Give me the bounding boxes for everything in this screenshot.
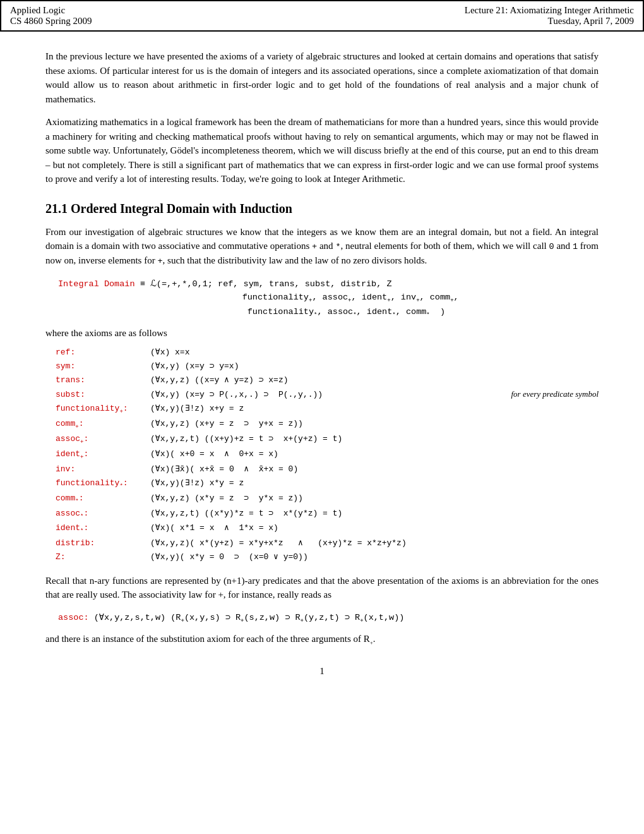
- axiom-sym-label: sym:: [56, 360, 150, 373]
- axiom-ident-plus: ident+: (∀x)( x+0 = x ∧ 0+x = x): [56, 447, 599, 462]
- assoc-example: assoc: (∀x,y,z,s,t,w) (R+(x,y,s) ⊃ R+(s,…: [58, 611, 599, 626]
- page: Applied Logic CS 4860 Spring 2009 Lectur…: [0, 0, 644, 834]
- axiom-table: ref: (∀x) x=x sym: (∀x,y) (x=y ⊃ y=x) tr…: [56, 346, 599, 565]
- op-plus: +: [312, 242, 317, 251]
- axiom-func-times-formula: (∀x,y)(∃!z) x*y = z: [150, 476, 599, 490]
- axiom-ident-times-formula: (∀x)( x*1 = x ∧ 1*x = x): [150, 521, 599, 535]
- header: Applied Logic CS 4860 Spring 2009 Lectur…: [0, 0, 644, 32]
- intro-paragraph-2: Axiomatizing mathematics in a logical fr…: [45, 115, 599, 186]
- axiom-assoc-plus: assoc+: (∀x,y,z,t) ((x+y)+z = t ⊃ x+(y+z…: [56, 432, 599, 447]
- axiom-comm-plus-formula: (∀x,y,z) (x+y = z ⊃ y+x = z)): [150, 417, 599, 431]
- axiom-sym: sym: (∀x,y) (x=y ⊃ y=x): [56, 360, 599, 373]
- recall-paragraph: Recall that n-ary functions are represen…: [45, 574, 599, 602]
- zero: 0: [549, 242, 554, 251]
- id-line1: Integral Domain ≡ ℒ(=,+,*,0,1; ref, sym,…: [58, 277, 599, 291]
- course-code: CS 4860 Spring 2009: [10, 16, 313, 27]
- header-right: Lecture 21: Axiomatizing Integer Arithme…: [322, 1, 643, 31]
- axiom-inv-label: inv:: [56, 462, 150, 476]
- axiom-z-formula: (∀x,y)( x*y = 0 ⊃ (x=0 ∨ y=0)): [150, 550, 599, 564]
- section-paragraph-1: From our investigation of algebraic stru…: [45, 225, 599, 269]
- one: 1: [573, 242, 578, 251]
- axiom-assoc-plus-formula: (∀x,y,z,t) ((x+y)+z = t ⊃ x+(y+z) = t): [150, 432, 599, 446]
- main-content: In the previous lecture we have presente…: [0, 49, 644, 677]
- axiom-sym-formula: (∀x,y) (x=y ⊃ y=x): [150, 360, 599, 373]
- axiom-subst-formula: (∀x,y) (x=y ⊃ P(.,x,.) ⊃ P(.,y,.)): [150, 388, 492, 402]
- id-keyword: Integral Domain: [58, 279, 135, 289]
- axiom-comm-times: comm*: (∀x,y,z) (x*y = z ⊃ y*x = z)): [56, 492, 599, 507]
- assoc-label: assoc:: [58, 613, 89, 622]
- axiom-distrib-label: distrib:: [56, 536, 150, 550]
- lecture-title: Lecture 21: Axiomatizing Integer Arithme…: [331, 5, 634, 16]
- axiom-ref-formula: (∀x) x=x: [150, 346, 599, 360]
- op-times: *: [335, 242, 340, 251]
- axiom-inv-formula: (∀x)(∃x̄)( x+x̄ = 0 ∧ x̄+x = 0): [150, 462, 599, 476]
- axiom-func-plus: functionality+: (∀x,y)(∃!z) x+y = z: [56, 402, 599, 417]
- header-left: Applied Logic CS 4860 Spring 2009: [1, 1, 322, 31]
- axiom-func-plus-formula: (∀x,y)(∃!z) x+y = z: [150, 402, 599, 416]
- id-line3: functionality*, assoc*, ident*, comm* ): [58, 305, 599, 320]
- axiom-ident-plus-label: ident+:: [56, 447, 150, 462]
- axiom-func-plus-label: functionality+:: [56, 402, 150, 417]
- where-axioms-text: where the axioms are as follows: [45, 326, 599, 341]
- axiom-distrib: distrib: (∀x,y,z)( x*(y+z) = x*y+x*z ∧ (…: [56, 536, 599, 550]
- axiom-inv: inv: (∀x)(∃x̄)( x+x̄ = 0 ∧ x̄+x = 0): [56, 462, 599, 476]
- axiom-ref: ref: (∀x) x=x: [56, 346, 599, 360]
- integral-domain-def: Integral Domain ≡ ℒ(=,+,*,0,1; ref, sym,…: [58, 277, 599, 320]
- axiom-comm-plus: comm+: (∀x,y,z) (x+y = z ⊃ y+x = z)): [56, 417, 599, 432]
- axiom-subst-comment: for every predicate symbol: [511, 387, 599, 401]
- course-title: Applied Logic: [10, 5, 313, 16]
- axiom-z: Z: (∀x,y)( x*y = 0 ⊃ (x=0 ∨ y=0)): [56, 550, 599, 564]
- axiom-comm-times-label: comm*:: [56, 492, 150, 507]
- axiom-ref-label: ref:: [56, 346, 150, 360]
- axiom-subst: subst: (∀x,y) (x=y ⊃ P(.,x,.) ⊃ P(.,y,.)…: [56, 387, 599, 402]
- axiom-func-times-label: functionality*:: [56, 476, 150, 492]
- axiom-z-label: Z:: [56, 550, 150, 564]
- page-number: 1: [45, 666, 599, 677]
- axiom-assoc-plus-label: assoc+:: [56, 432, 150, 447]
- and-text: and there is an instance of the substitu…: [45, 632, 599, 648]
- axiom-comm-times-formula: (∀x,y,z) (x*y = z ⊃ y*x = z)): [150, 492, 599, 505]
- axiom-trans-label: trans:: [56, 373, 150, 387]
- section-heading-text: 21.1 Ordered Integral Domain with Induct…: [45, 202, 292, 215]
- id-line2: functionality+, assoc+, ident+, inv+, co…: [58, 291, 599, 305]
- axiom-assoc-times-formula: (∀x,y,z,t) ((x*y)*z = t ⊃ x*(y*z) = t): [150, 507, 599, 521]
- lecture-date: Tuesday, April 7, 2009: [331, 16, 634, 27]
- axiom-trans: trans: (∀x,y,z) ((x=y ∧ y=z) ⊃ x=z): [56, 373, 599, 387]
- intro-paragraph-1: In the previous lecture we have presente…: [45, 49, 599, 106]
- section-heading: 21.1 Ordered Integral Domain with Induct…: [45, 202, 599, 216]
- axiom-func-times: functionality*: (∀x,y)(∃!z) x*y = z: [56, 476, 599, 492]
- axiom-assoc-times-label: assoc*:: [56, 507, 150, 522]
- axiom-ident-times: ident*: (∀x)( x*1 = x ∧ 1*x = x): [56, 521, 599, 536]
- axiom-subst-label: subst:: [56, 388, 150, 402]
- axiom-trans-formula: (∀x,y,z) ((x=y ∧ y=z) ⊃ x=z): [150, 373, 599, 387]
- axiom-comm-plus-label: comm+:: [56, 417, 150, 432]
- axiom-assoc-times: assoc*: (∀x,y,z,t) ((x*y)*z = t ⊃ x*(y*z…: [56, 507, 599, 522]
- axiom-distrib-formula: (∀x,y,z)( x*(y+z) = x*y+x*z ∧ (x+y)*z = …: [150, 536, 599, 550]
- inv-plus: +: [157, 257, 162, 266]
- axiom-ident-times-label: ident*:: [56, 521, 150, 536]
- axiom-ident-plus-formula: (∀x)( x+0 = x ∧ 0+x = x): [150, 447, 599, 461]
